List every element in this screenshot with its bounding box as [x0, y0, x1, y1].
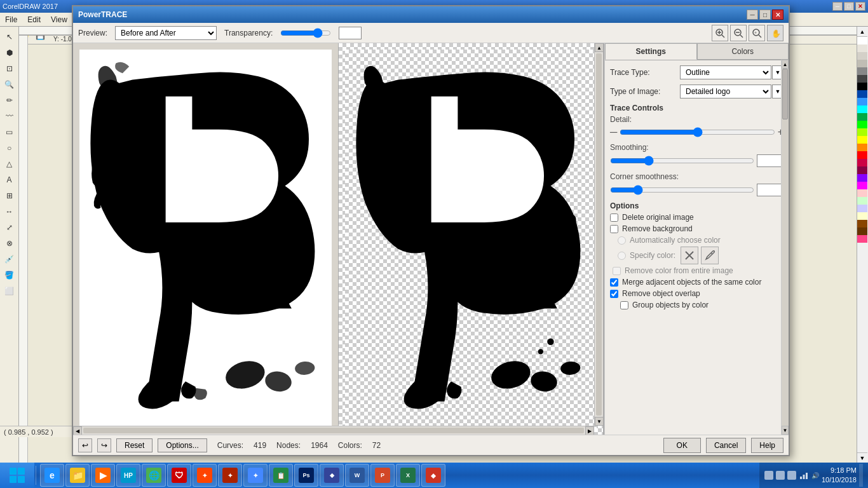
- settings-scroll-down[interactable]: ▼: [782, 426, 789, 435]
- merge-adjacent-checkbox[interactable]: [610, 278, 618, 287]
- color-lime[interactable]: [857, 128, 867, 136]
- color-scroll-down[interactable]: ▼: [857, 452, 867, 463]
- taskbar-excel[interactable]: X: [396, 464, 420, 487]
- color-gray[interactable]: [857, 67, 867, 75]
- scroll-left-btn[interactable]: ◀: [73, 426, 82, 435]
- text-tool[interactable]: A: [2, 172, 17, 187]
- reset-button[interactable]: Reset: [116, 438, 153, 452]
- color-yellow[interactable]: [857, 136, 867, 144]
- ok-button[interactable]: OK: [663, 438, 701, 453]
- color-pink[interactable]: [857, 235, 867, 243]
- delete-original-checkbox[interactable]: [610, 214, 618, 222]
- zoom-in-btn[interactable]: [712, 25, 728, 41]
- preview-select[interactable]: Before and After Before After Wireframe …: [115, 26, 217, 40]
- network-icon[interactable]: [799, 470, 809, 480]
- color-darkblue[interactable]: [857, 90, 867, 98]
- color-darkbrown[interactable]: [857, 227, 867, 235]
- taskbar-app10[interactable]: ◆: [320, 464, 344, 487]
- node-tool[interactable]: ⬢: [2, 45, 17, 60]
- rect-tool[interactable]: ▭: [2, 125, 17, 140]
- cancel-button[interactable]: Cancel: [706, 438, 746, 453]
- color-white[interactable]: [857, 37, 867, 44]
- scroll-down-btn[interactable]: ▼: [595, 417, 604, 426]
- pt-maximize-btn[interactable]: □: [759, 10, 771, 20]
- color-lightblue[interactable]: [857, 205, 867, 212]
- pt-close-btn[interactable]: ✕: [772, 10, 783, 20]
- freehand-tool[interactable]: ✏: [2, 93, 17, 108]
- polygon-tool[interactable]: △: [2, 156, 17, 172]
- blend-tool[interactable]: ⊗: [2, 236, 17, 251]
- ellipse-tool[interactable]: ○: [2, 140, 17, 156]
- color-darkgray[interactable]: [857, 75, 867, 83]
- auto-color-radio[interactable]: [618, 236, 626, 245]
- tab-settings[interactable]: Settings: [605, 43, 697, 60]
- undo-btn[interactable]: ↩: [78, 438, 92, 452]
- taskbar-app7[interactable]: ✦: [218, 464, 242, 487]
- dimension-tool[interactable]: ↔: [2, 204, 17, 219]
- taskbar-hp[interactable]: HP: [116, 464, 140, 487]
- outline-tool[interactable]: ⬜: [2, 283, 17, 299]
- detail-minus[interactable]: ─: [610, 126, 617, 138]
- specify-color-radio[interactable]: [618, 252, 626, 260]
- zoom-out-btn[interactable]: [730, 25, 747, 41]
- taskbar-vpn[interactable]: 🛡: [167, 464, 191, 487]
- pt-minimize-btn[interactable]: ─: [747, 10, 758, 20]
- taskbar-ie[interactable]: e: [40, 464, 64, 487]
- fill-tool[interactable]: 🪣: [2, 268, 17, 283]
- taskbar-clipboard[interactable]: 📋: [269, 464, 293, 487]
- redo-btn[interactable]: ↪: [97, 438, 111, 452]
- select-tool[interactable]: ↖: [2, 29, 17, 44]
- close-btn[interactable]: ✕: [855, 2, 865, 11]
- menu-edit[interactable]: Edit: [25, 14, 43, 25]
- crop-tool[interactable]: ⊡: [2, 61, 17, 76]
- remove-overlap-checkbox[interactable]: [610, 290, 618, 298]
- menu-view[interactable]: View: [48, 14, 70, 25]
- taskbar-photoshop[interactable]: Ps: [294, 464, 318, 487]
- help-button[interactable]: Help: [751, 438, 783, 453]
- zoom-fit-btn[interactable]: +: [749, 25, 765, 41]
- color-lightyellow[interactable]: [857, 212, 867, 220]
- taskbar-app8[interactable]: ✦: [243, 464, 268, 487]
- color-red[interactable]: [857, 151, 867, 159]
- color-purple[interactable]: [857, 174, 867, 182]
- transparency-value[interactable]: 80: [339, 27, 362, 39]
- remove-background-checkbox[interactable]: [610, 225, 618, 233]
- taskbar-app14[interactable]: ◆: [421, 464, 445, 487]
- show-desktop-btn[interactable]: [859, 464, 863, 487]
- smoothing-slider[interactable]: [610, 156, 754, 165]
- start-button[interactable]: [0, 463, 34, 488]
- minimize-btn[interactable]: ─: [832, 2, 843, 11]
- zoom-tool[interactable]: 🔍: [2, 77, 17, 92]
- options-button[interactable]: Options...: [158, 438, 207, 452]
- smoothing-value[interactable]: 25: [757, 154, 783, 167]
- settings-scroll-up[interactable]: ▲: [782, 60, 789, 69]
- taskbar-explorer[interactable]: 📁: [65, 464, 90, 487]
- menu-file[interactable]: File: [3, 14, 20, 25]
- color-cyan[interactable]: [857, 105, 867, 113]
- scroll-up-btn[interactable]: ▲: [595, 43, 604, 52]
- scroll-right-btn[interactable]: ▶: [585, 426, 594, 435]
- taskbar-word[interactable]: W: [345, 464, 369, 487]
- color-lightpink[interactable]: [857, 189, 867, 197]
- connector-tool[interactable]: ⤢: [2, 220, 17, 235]
- transparency-slider[interactable]: [280, 29, 331, 37]
- color-darkgreen[interactable]: [857, 113, 867, 121]
- color-swatch-2[interactable]: [857, 52, 867, 60]
- color-blue[interactable]: [857, 98, 867, 105]
- volume-icon[interactable]: 🔊: [811, 472, 819, 479]
- smart-tool[interactable]: 〰: [2, 109, 17, 124]
- color-darkred[interactable]: [857, 159, 867, 166]
- color-swatch-1[interactable]: [857, 44, 867, 52]
- color-scroll-up[interactable]: ▲: [857, 27, 867, 37]
- color-lightgreen[interactable]: [857, 197, 867, 205]
- color-x-button[interactable]: [681, 247, 698, 264]
- eyedropper-tool[interactable]: 💉: [2, 252, 17, 267]
- color-magenta[interactable]: [857, 182, 867, 189]
- group-by-color-checkbox[interactable]: [620, 301, 628, 309]
- scroll-thumb-h[interactable]: [83, 428, 584, 433]
- pan-btn[interactable]: ✋: [767, 25, 783, 41]
- corner-smoothness-slider[interactable]: [610, 186, 754, 194]
- color-pick-button[interactable]: [701, 247, 719, 264]
- taskbar-chrome[interactable]: 🌐: [142, 464, 166, 487]
- scroll-thumb-v[interactable]: [596, 53, 602, 416]
